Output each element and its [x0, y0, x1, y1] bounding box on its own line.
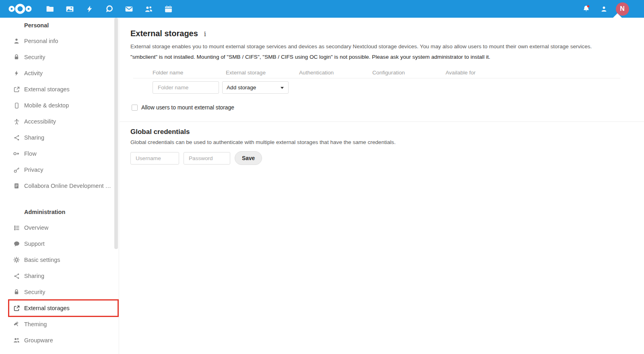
paint-roller-icon: [13, 321, 20, 327]
sidebar-item-flow[interactable]: Flow: [0, 146, 119, 162]
global-credentials-username-input[interactable]: [130, 152, 179, 165]
sidebar-item-collabora[interactable]: Collabora Online Development Edit...: [0, 178, 119, 194]
sidebar-item-overview[interactable]: Overview: [0, 220, 119, 236]
sidebar-item-external-storages-personal[interactable]: External storages: [0, 81, 119, 97]
user-icon: [13, 38, 20, 44]
allow-user-mounting-label[interactable]: Allow users to mount external storage: [141, 105, 234, 111]
sidebar-item-groupware[interactable]: Groupware: [0, 332, 119, 348]
column-header-available-for: Available for: [446, 70, 519, 76]
list-icon: [13, 224, 20, 231]
flow-icon: [13, 150, 20, 157]
global-credentials-form: Save: [130, 151, 622, 165]
allow-user-mounting-checkbox[interactable]: [132, 105, 138, 111]
top-bar: N: [0, 0, 644, 18]
share-icon: [13, 273, 20, 279]
sidebar-item-label: Support: [24, 241, 45, 247]
app-launcher: [40, 0, 178, 18]
add-storage-select[interactable]: Add storage: [222, 81, 289, 94]
sidebar-scrollbar[interactable]: [114, 18, 118, 249]
sidebar-item-security-admin[interactable]: Security: [0, 284, 119, 300]
sidebar-item-basic-settings[interactable]: Basic settings: [0, 252, 119, 268]
group-icon: [13, 337, 20, 344]
external-storages-settings-panel: External storagesi External storage enab…: [120, 18, 644, 354]
activity-icon[interactable]: [80, 0, 99, 18]
sidebar-item-label: Overview: [24, 224, 48, 231]
add-storage-select-value: Add storage: [227, 84, 256, 91]
sidebar-item-label: Theming: [24, 321, 47, 327]
column-header-folder-name: Folder name: [153, 70, 226, 76]
speech-bubble-icon: [13, 241, 20, 247]
external-storages-table: Folder name External storage Authenticat…: [133, 67, 620, 94]
sidebar-item-label: Mobile & desktop: [24, 102, 69, 109]
phone-icon: [13, 102, 20, 109]
sidebar-item-theming[interactable]: Theming: [0, 316, 119, 332]
sidebar-item-external-storages-admin[interactable]: External storages: [0, 300, 119, 316]
external-link-icon: [13, 305, 20, 311]
folder-name-input[interactable]: [153, 81, 219, 94]
sidebar-item-label: Sharing: [24, 273, 44, 279]
sidebar-item-support[interactable]: Support: [0, 236, 119, 252]
sidebar-item-label: Flow: [24, 150, 37, 157]
sidebar-item-personal-info[interactable]: Personal info: [0, 33, 119, 49]
gear-icon: [13, 257, 20, 263]
sidebar-item-label: Security: [24, 54, 45, 60]
lightning-icon: [13, 70, 20, 76]
info-icon[interactable]: i: [204, 30, 206, 38]
sidebar-item-label: Activity: [24, 70, 43, 76]
sidebar-item-privacy[interactable]: Privacy: [0, 162, 119, 178]
sidebar-item-label: External storages: [24, 86, 70, 93]
document-icon: [13, 183, 20, 189]
sidebar-item-activity[interactable]: Activity: [0, 65, 119, 81]
external-storage-description: External storage enables you to mount ex…: [130, 43, 622, 49]
key-icon: [13, 167, 20, 173]
mail-icon[interactable]: [119, 0, 139, 18]
topbar-right: N: [577, 0, 644, 18]
page-title: External storages: [130, 29, 198, 38]
lock-icon: [13, 289, 20, 295]
column-header-authentication: Authentication: [299, 70, 372, 76]
sidebar-item-label: Security: [24, 289, 45, 295]
nextcloud-logo[interactable]: [0, 3, 40, 14]
sidebar-item-label: Basic settings: [24, 257, 60, 263]
talk-icon[interactable]: [99, 0, 119, 18]
files-folder-icon[interactable]: [40, 0, 60, 18]
sidebar-item-accessibility[interactable]: Accessibility: [0, 113, 119, 130]
photos-icon[interactable]: [60, 0, 80, 18]
accessibility-icon: [13, 118, 20, 125]
sidebar-item-label: Personal info: [24, 38, 58, 44]
global-credentials-description: Global credentials can be used to authen…: [130, 139, 622, 145]
sidebar-section-administration: Administration: [0, 204, 119, 220]
section-divider: [120, 121, 644, 122]
external-link-icon: [13, 86, 20, 93]
share-icon: [13, 134, 20, 141]
sidebar-item-sharing-admin[interactable]: Sharing: [0, 268, 119, 284]
sidebar-item-label: Accessibility: [24, 118, 56, 125]
allow-user-mounting-row: Allow users to mount external storage: [132, 105, 622, 111]
sidebar-section-personal: Personal: [0, 18, 119, 33]
global-credentials-password-input[interactable]: [184, 152, 230, 165]
sidebar-item-label: Privacy: [24, 167, 43, 173]
calendar-icon[interactable]: [159, 0, 178, 18]
sidebar-item-label: Collabora Online Development Edit...: [24, 183, 112, 189]
sidebar-item-label: Groupware: [24, 337, 53, 344]
contacts-icon[interactable]: [139, 0, 159, 18]
sidebar-item-sharing-personal[interactable]: Sharing: [0, 130, 119, 146]
sidebar-item-mobile-desktop[interactable]: Mobile & desktop: [0, 97, 119, 113]
lock-icon: [13, 54, 20, 60]
settings-sidebar: Personal Personal info Security Activity…: [0, 18, 119, 354]
contacts-menu-icon[interactable]: [595, 0, 613, 18]
sidebar-item-label: Sharing: [24, 134, 44, 141]
column-header-configuration: Configuration: [372, 70, 446, 76]
new-storage-row: Add storage: [133, 81, 620, 94]
save-button[interactable]: Save: [235, 151, 262, 165]
table-header-row: Folder name External storage Authenticat…: [133, 67, 620, 78]
notifications-bell-icon[interactable]: [577, 0, 595, 18]
smbclient-warning: "smbclient" is not installed. Mounting o…: [130, 54, 622, 60]
sidebar-item-security-personal[interactable]: Security: [0, 49, 119, 65]
sidebar-item-label: External storages: [24, 305, 70, 311]
chevron-down-icon: [281, 87, 284, 89]
global-credentials-title: Global credentials: [130, 128, 622, 136]
column-header-external-storage: External storage: [226, 70, 299, 76]
settings-menu-arrow: [613, 13, 622, 18]
